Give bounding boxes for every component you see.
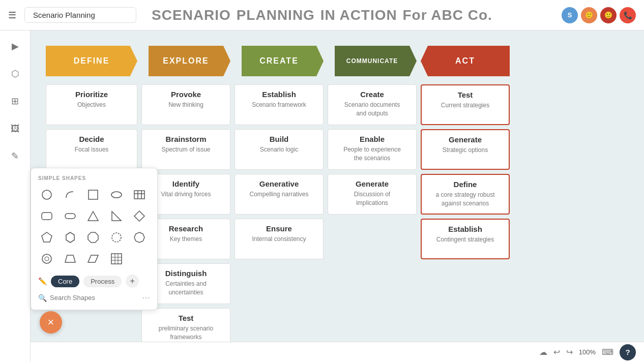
- card-provoke[interactable]: Provoke New thinking: [141, 84, 230, 125]
- shapes-grid: [38, 186, 150, 267]
- shape-circle-3[interactable]: [38, 250, 55, 267]
- card-sub: Objectives: [52, 101, 131, 109]
- redo-icon[interactable]: ↪: [566, 347, 573, 357]
- tab-process[interactable]: Process: [83, 276, 122, 287]
- card-enable[interactable]: Enable People to experience the scenario…: [328, 129, 417, 170]
- act-header: ACT: [421, 46, 510, 76]
- col-create: CREATE Establish Scenario framework Buil…: [235, 46, 324, 263]
- fab-close-button[interactable]: ×: [40, 311, 62, 334]
- card-sub: People to experience the scenarios: [334, 145, 410, 163]
- shape-right-triangle[interactable]: [108, 207, 125, 225]
- card-sub: Strategic options: [428, 146, 503, 155]
- card-title: Establish: [241, 90, 317, 99]
- help-button[interactable]: ?: [620, 344, 636, 360]
- card-sub: Certainties and uncertainties: [148, 280, 224, 297]
- card-decide[interactable]: Decide Focal issues: [46, 129, 137, 170]
- card-prioritize[interactable]: Prioritize Objectives: [46, 84, 137, 125]
- card-title: Research: [148, 224, 224, 233]
- svg-point-0: [42, 190, 51, 199]
- tab-add-button[interactable]: +: [126, 275, 139, 288]
- shape-circle-2[interactable]: [108, 229, 125, 246]
- svg-marker-12: [42, 232, 52, 242]
- card-sub: preliminary scenario frameworks: [148, 324, 224, 342]
- bottom-bar: ☁ ↩ ↪ 100% ⌨ ?: [31, 342, 644, 362]
- card-create-comm[interactable]: Create Scenario documents and outputs: [328, 84, 417, 125]
- svg-marker-13: [66, 232, 74, 243]
- keyboard-icon[interactable]: ⌨: [602, 347, 613, 357]
- card-sub: Key themes: [148, 235, 224, 244]
- tab-core[interactable]: Core: [51, 276, 79, 287]
- sidebar-item-cursor[interactable]: ▶: [6, 37, 25, 56]
- avatar-1[interactable]: S: [562, 7, 578, 23]
- card-sub: Discussion of implications: [334, 190, 410, 207]
- avatar-2[interactable]: 🙂: [581, 7, 597, 23]
- shape-triangle[interactable]: [84, 207, 102, 225]
- card-title: Enable: [334, 135, 410, 143]
- card-title: Test: [148, 314, 224, 322]
- svg-marker-20: [88, 255, 98, 262]
- shape-arc[interactable]: [62, 186, 79, 203]
- cloud-icon[interactable]: ☁: [539, 347, 547, 357]
- shape-diamond[interactable]: [131, 207, 148, 225]
- menu-icon[interactable]: ☰: [8, 10, 16, 21]
- svg-marker-16: [134, 232, 144, 243]
- shape-grid[interactable]: [108, 250, 125, 267]
- avatar-3[interactable]: 🙂: [600, 7, 617, 23]
- card-sub: Scenario framework: [241, 101, 317, 109]
- card-define-act[interactable]: Define a core strategy robust against sc…: [421, 174, 510, 215]
- sidebar-item-shapes[interactable]: ⬡: [6, 64, 25, 83]
- card-brainstorm[interactable]: Brainstorm Spectrum of issue: [141, 129, 230, 170]
- shape-rounded-rect[interactable]: [38, 207, 55, 225]
- shape-trapezoid[interactable]: [62, 250, 79, 267]
- svg-rect-21: [111, 254, 122, 264]
- explore-arrow: EXPLORE: [141, 46, 230, 76]
- svg-marker-9: [88, 212, 98, 221]
- card-title: Decide: [52, 135, 131, 143]
- card-establish-act[interactable]: Establish Contingent strategies: [421, 219, 510, 259]
- shape-decagon[interactable]: [131, 229, 148, 246]
- col-communicate: COMMUNICATE Create Scenario documents an…: [328, 46, 417, 219]
- sidebar-item-image[interactable]: 🖼: [6, 119, 25, 138]
- card-generate-comm[interactable]: Generate Discussion of implications: [328, 174, 417, 215]
- shape-octagon[interactable]: [84, 229, 102, 246]
- card-establish-create[interactable]: Establish Scenario framework: [235, 84, 324, 125]
- shape-square[interactable]: [84, 186, 102, 203]
- shapes-panel: SIMPLE SHAPES ✏️ Core Process + 🔍 ⋯: [31, 168, 158, 310]
- shape-parallelogram[interactable]: [84, 250, 102, 267]
- card-title: Define: [428, 180, 503, 189]
- search-input[interactable]: [50, 294, 139, 301]
- call-icon[interactable]: 📞: [620, 7, 636, 23]
- more-icon[interactable]: ⋯: [142, 293, 150, 303]
- undo-icon[interactable]: ↩: [553, 347, 560, 357]
- svg-marker-10: [112, 212, 121, 221]
- header-word-4: For ABC Co.: [398, 7, 492, 23]
- card-generative[interactable]: Generative Compelling narratives: [235, 174, 324, 215]
- sidebar-item-draw[interactable]: ✎: [6, 146, 25, 166]
- card-generate-act[interactable]: Generate Strategic options: [421, 129, 510, 170]
- shape-stadium[interactable]: [62, 207, 79, 225]
- sidebar-item-grid[interactable]: ⊞: [6, 92, 25, 111]
- svg-marker-11: [134, 211, 144, 221]
- card-title: Create: [334, 90, 410, 99]
- card-sub: Current strategies: [428, 101, 503, 110]
- pencil-icon: ✏️: [38, 277, 47, 285]
- shape-circle[interactable]: [38, 186, 55, 203]
- card-sub: Scenario documents and outputs: [334, 101, 410, 118]
- card-title: Identify: [148, 179, 224, 188]
- document-title[interactable]: Scenario Planning: [24, 7, 136, 23]
- shape-table[interactable]: [131, 186, 148, 203]
- shape-ellipse[interactable]: [108, 186, 125, 203]
- card-title: Brainstorm: [148, 135, 224, 143]
- card-ensure[interactable]: Ensure Internal consistency: [235, 219, 324, 259]
- avatar-group: S 🙂 🙂 📞: [562, 7, 636, 23]
- card-build[interactable]: Build Scenario logic: [235, 129, 324, 170]
- shape-pentagon[interactable]: [38, 229, 55, 246]
- shape-tabs-row: ✏️ Core Process +: [38, 275, 150, 288]
- card-sub: a core strategy robust against scenarios: [428, 191, 503, 208]
- card-test-act[interactable]: Test Current strategies: [421, 84, 510, 125]
- header-word-2: PLANNING: [232, 7, 315, 23]
- shape-hexagon[interactable]: [62, 229, 79, 246]
- card-test-explore[interactable]: Test preliminary scenario frameworks: [141, 308, 230, 342]
- svg-point-18: [45, 257, 49, 261]
- shapes-search-row: 🔍 ⋯: [38, 293, 150, 303]
